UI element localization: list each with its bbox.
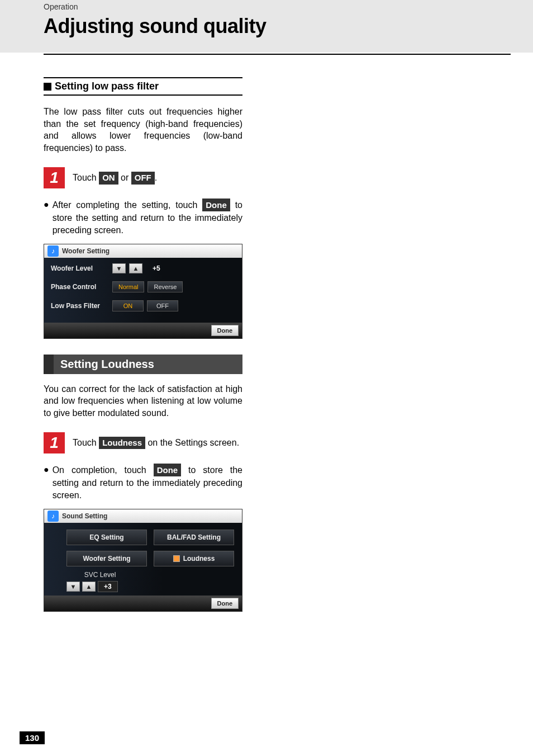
- woofer-level-label: Woofer Level: [51, 264, 112, 272]
- svc-up-button[interactable]: ▲: [82, 582, 96, 592]
- woofer-level-down-button[interactable]: ▼: [112, 263, 126, 273]
- eq-setting-button[interactable]: EQ Setting: [66, 530, 147, 545]
- off-button-ref: OFF: [131, 172, 155, 184]
- phase-normal-button[interactable]: Normal: [112, 281, 144, 292]
- svc-down-button[interactable]: ▼: [66, 582, 80, 592]
- woofer-setting-screenshot: ♪ Woofer Setting Woofer Level ▼ ▲ +5 Pha…: [44, 244, 242, 339]
- music-note-icon: ♪: [47, 511, 59, 522]
- breadcrumb: Operation: [44, 2, 533, 11]
- music-note-icon: ♪: [47, 245, 59, 257]
- woofer-setting-title: Woofer Setting: [62, 247, 110, 255]
- loudness-note: On completion, touch Done to store the s…: [53, 464, 242, 502]
- page-number: 130: [20, 731, 45, 744]
- loudness-button-ref: Loudness: [99, 437, 145, 449]
- balfad-setting-button[interactable]: BAL/FAD Setting: [154, 530, 234, 545]
- on-button-ref: ON: [99, 172, 118, 184]
- subheading-low-pass-text: Setting low pass filter: [55, 81, 159, 92]
- step-number-badge: 1: [44, 432, 65, 453]
- phase-reverse-button[interactable]: Reverse: [147, 281, 183, 292]
- loudness-intro: You can correct for the lack of satisfac…: [44, 383, 242, 419]
- done-button-ref: Done: [202, 199, 230, 211]
- woofer-level-value: +5: [153, 264, 160, 272]
- subheading-low-pass: Setting low pass filter: [44, 81, 242, 92]
- low-pass-intro: The low pass filter cuts out frequencies…: [44, 106, 242, 154]
- sound-done-button[interactable]: Done: [211, 598, 239, 609]
- square-bullet-icon: [44, 83, 51, 91]
- loudness-step-text: Touch Loudness on the Settings screen.: [73, 437, 239, 449]
- bullet-icon: ●: [44, 199, 49, 237]
- bullet-icon: ●: [44, 464, 49, 502]
- loudness-button[interactable]: Loudness: [154, 551, 234, 566]
- lpf-on-button[interactable]: ON: [112, 300, 144, 311]
- svc-level-label: SVC Level: [66, 571, 134, 579]
- woofer-level-up-button[interactable]: ▲: [129, 263, 142, 273]
- phase-control-label: Phase Control: [51, 283, 112, 291]
- svc-level-value: +3: [98, 581, 118, 592]
- woofer-setting-button[interactable]: Woofer Setting: [66, 551, 147, 566]
- sound-setting-screenshot: ♪ Sound Setting EQ Setting BAL/FAD Setti…: [44, 509, 242, 612]
- woofer-done-button[interactable]: Done: [211, 325, 239, 336]
- section-heading-loudness: Setting Loudness: [44, 355, 242, 374]
- low-pass-note: After completing the setting, touch Done…: [53, 199, 242, 237]
- loudness-indicator-icon: [173, 555, 180, 562]
- sound-setting-title: Sound Setting: [62, 512, 107, 520]
- low-pass-filter-label: Low Pass Filter: [51, 302, 112, 310]
- step-number-badge: 1: [44, 167, 65, 188]
- done-button-ref: Done: [154, 464, 182, 476]
- low-pass-step-text: Touch ON or OFF.: [73, 172, 157, 184]
- page-title: Adjusting sound quality: [44, 15, 533, 38]
- lpf-off-button[interactable]: OFF: [147, 300, 178, 311]
